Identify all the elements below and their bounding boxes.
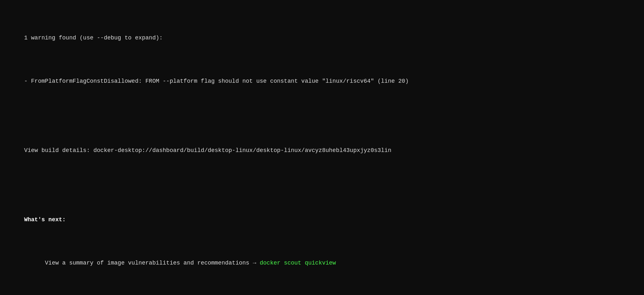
warning-count-line: 1 warning found (use --debug to expand):: [10, 25, 634, 51]
view-build-text: View build details: docker-desktop://das…: [24, 147, 391, 154]
whats-next-detail-line: View a summary of image vulnerabilities …: [10, 250, 634, 276]
whats-next-indent: View a summary of image vulnerabilities …: [24, 260, 260, 266]
warning-detail-line: - FromPlatformFlagConstDisallowed: FROM …: [10, 68, 634, 94]
copying-line: copying from tar archive /tmp/input: [10, 293, 634, 295]
warning-count-text: 1 warning found (use --debug to expand):: [24, 35, 163, 41]
warning-detail-text: - FromPlatformFlagConstDisallowed: FROM …: [24, 78, 409, 84]
terminal-output: 1 warning found (use --debug to expand):…: [10, 8, 634, 295]
docker-scout-command: docker scout quickview: [260, 260, 336, 266]
whats-next-label: What's next:: [24, 216, 66, 223]
blank-line-1: [10, 112, 634, 120]
blank-line-2: [10, 181, 634, 190]
view-build-line: View build details: docker-desktop://das…: [10, 138, 634, 164]
whats-next-label-line: What's next:: [10, 207, 634, 233]
